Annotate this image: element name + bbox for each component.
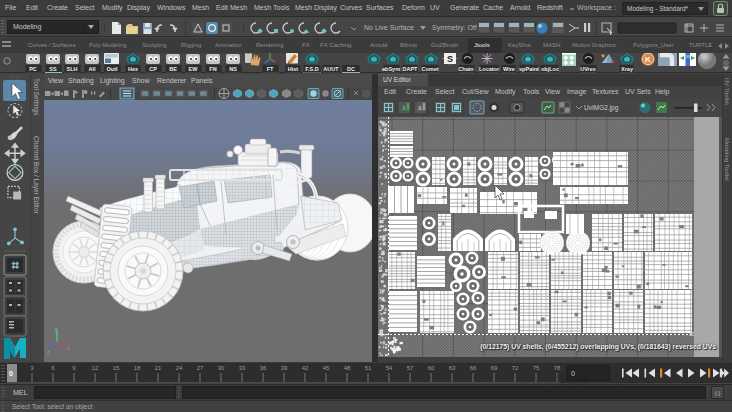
svg-text:33: 33 (239, 365, 246, 371)
svg-text:F.S.D: F.S.D (305, 66, 318, 72)
svg-text:15: 15 (113, 365, 120, 371)
svg-text:18: 18 (134, 365, 141, 371)
svg-text:Outl: Outl (107, 66, 118, 72)
svg-text:UVres: UVres (580, 66, 596, 72)
svg-text:BE: BE (169, 66, 177, 72)
svg-text:PC: PC (29, 66, 37, 72)
svg-text:Xray: Xray (621, 66, 634, 72)
svg-text:Hex: Hex (128, 66, 139, 72)
svg-text:EW: EW (189, 66, 199, 72)
svg-text:z: z (47, 349, 50, 354)
svg-text:DC: DC (347, 66, 355, 72)
svg-text:3: 3 (30, 365, 34, 371)
svg-text:SS: SS (49, 66, 57, 72)
svg-text:K: K (645, 55, 651, 64)
svg-text:AUUT: AUUT (323, 66, 339, 72)
svg-text:30: 30 (218, 365, 225, 371)
svg-text:21: 21 (155, 365, 162, 371)
svg-text:36: 36 (260, 365, 267, 371)
svg-text:54: 54 (386, 365, 393, 371)
svg-text:Chain: Chain (458, 66, 474, 72)
svg-text:DAPT: DAPT (403, 66, 419, 72)
svg-text:FT: FT (267, 66, 274, 72)
svg-text:S: S (447, 54, 453, 64)
svg-text:42: 42 (302, 365, 309, 371)
svg-text:objLoc: objLoc (541, 66, 559, 72)
svg-text:Locator: Locator (479, 66, 500, 72)
svg-text:27: 27 (197, 365, 204, 371)
svg-text:48: 48 (344, 365, 351, 371)
svg-text:66: 66 (470, 365, 477, 371)
svg-text:Comet: Comet (421, 66, 438, 72)
svg-text:CP: CP (149, 66, 157, 72)
svg-text:60: 60 (428, 365, 435, 371)
svg-text:UvIMG2.jpg: UvIMG2.jpg (584, 104, 619, 112)
svg-text:63: 63 (449, 365, 456, 371)
svg-text:abSym: abSym (382, 66, 400, 72)
svg-text:NS: NS (229, 66, 237, 72)
svg-text:24: 24 (176, 365, 183, 371)
svg-text:69: 69 (491, 365, 498, 371)
svg-text:72: 72 (512, 365, 519, 371)
svg-text:SLH: SLH (67, 66, 78, 72)
svg-text:All: All (88, 66, 96, 72)
svg-text:Wire: Wire (503, 66, 515, 72)
svg-text:12: 12 (92, 365, 99, 371)
svg-text:FN: FN (209, 66, 216, 72)
svg-text:75: 75 (533, 365, 540, 371)
svg-text:45: 45 (323, 365, 330, 371)
svg-text:9: 9 (72, 365, 76, 371)
svg-text:39: 39 (281, 365, 288, 371)
svg-text:6: 6 (51, 365, 55, 371)
svg-text:x: x (67, 345, 70, 351)
svg-text:51: 51 (365, 365, 372, 371)
svg-text:spPaint: spPaint (519, 66, 539, 72)
svg-text:57: 57 (407, 365, 414, 371)
svg-text:78: 78 (554, 365, 561, 371)
svg-text:Hist: Hist (288, 66, 299, 72)
